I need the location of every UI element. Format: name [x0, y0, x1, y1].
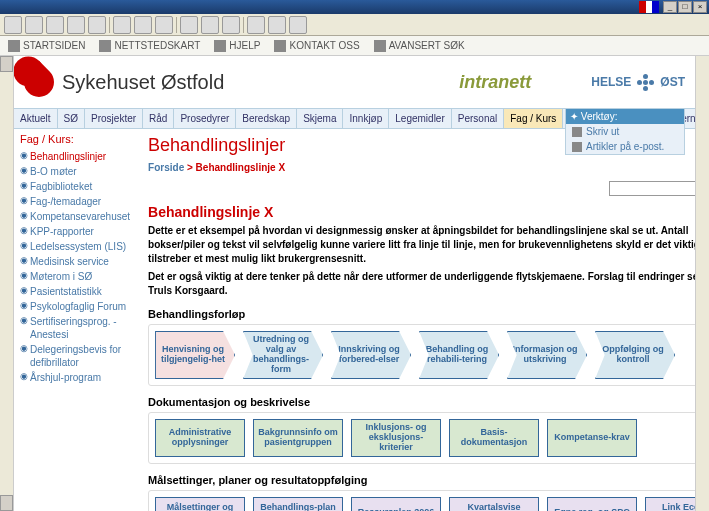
goal-box[interactable]: Link Ecomed Analyzer [645, 497, 695, 511]
tools-email[interactable]: Artikler på e-post. [566, 139, 684, 154]
tools-print[interactable]: Skriv ut [566, 124, 684, 139]
link-help[interactable]: HJELP [214, 40, 260, 52]
flow-step[interactable]: Behandling og rehabili-tering [419, 331, 499, 379]
flow-step[interactable]: Innskriving og forbered-elser [331, 331, 411, 379]
sidebar-item[interactable]: ◉Fagbiblioteket [20, 179, 130, 194]
sidebar: Fag / Kurs: ◉Behandlingslinjer◉B-O møter… [14, 129, 136, 511]
brand-helse-ost: HELSE ØST [591, 74, 685, 91]
flow-step[interactable]: Henvisning og tilgjengelig-het [155, 331, 235, 379]
home-icon[interactable] [88, 16, 106, 34]
home-icon [8, 40, 20, 52]
refresh-icon[interactable] [67, 16, 85, 34]
tools-panel: ✦ Verktøy: Skriv ut Artikler på e-post. [565, 108, 685, 155]
link-sitemap[interactable]: NETTSTEDSKART [99, 40, 200, 52]
flow-row: Henvisning og tilgjengelig-hetUtredning … [148, 324, 695, 386]
tool-icon[interactable] [247, 16, 265, 34]
tab-skjema[interactable]: Skjema [297, 109, 343, 128]
doc-box[interactable]: Bakgrunnsinfo om pasientgruppen [253, 419, 343, 457]
help-icon [214, 40, 226, 52]
link-bar: STARTSIDEN NETTSTEDSKART HJELP KONTAKT O… [0, 36, 709, 56]
print-icon [572, 127, 582, 137]
sidebar-item[interactable]: ◉Medisinsk service [20, 254, 130, 269]
tab-aktuelt[interactable]: Aktuelt [14, 109, 58, 128]
flow-step[interactable]: Oppfølging og kontroll [595, 331, 675, 379]
history-icon[interactable] [155, 16, 173, 34]
goal-box[interactable]: Behandlings-plan 2006 [253, 497, 343, 511]
sidebar-item[interactable]: ◉Behandlingslinjer [20, 149, 130, 164]
tab-fag-kurs[interactable]: Fag / Kurs [504, 109, 563, 128]
goal-row: Målsettinger og tiltaksplanBehandlings-p… [148, 490, 695, 511]
print-icon[interactable] [201, 16, 219, 34]
minimize-button[interactable]: _ [663, 1, 677, 13]
sidebar-item[interactable]: ◉B-O møter [20, 164, 130, 179]
left-scrollbar[interactable] [0, 56, 14, 511]
window-titlebar: _ □ × [0, 0, 709, 14]
forward-icon[interactable] [25, 16, 43, 34]
description-2: Det er også viktig at dere tenker på det… [148, 270, 695, 298]
email-icon [572, 142, 582, 152]
page-content: Behandlingslinjer Forside > Behandlingsl… [136, 129, 695, 511]
sidebar-item[interactable]: ◉Delegeringsbevis for defibrillator [20, 342, 130, 370]
flow-step[interactable]: Informasjon og utskriving [507, 331, 587, 379]
sidebar-item[interactable]: ◉Møterom i SØ [20, 269, 130, 284]
doc-box[interactable]: Kompetanse-krav [547, 419, 637, 457]
tab-s-[interactable]: SØ [58, 109, 85, 128]
dots-icon [637, 74, 654, 91]
tab-legemidler[interactable]: Legemidler [389, 109, 451, 128]
site-header: Sykehuset Østfold intranett HELSE ØST [14, 56, 695, 108]
search-icon [374, 40, 386, 52]
sidebar-item[interactable]: ◉Sertifiseringsprog. - Anestesi [20, 314, 130, 342]
tab-beredskap[interactable]: Beredskap [236, 109, 297, 128]
sidebar-item[interactable]: ◉Årshjul-program [20, 370, 130, 385]
logo-heart-icon [18, 61, 60, 103]
content-subtitle: Behandlingslinje X [148, 204, 695, 220]
doc-box[interactable]: Inklusjons- og eksklusjons-kriterier [351, 419, 441, 457]
doc-box[interactable]: Basis-dokumentasjon [449, 419, 539, 457]
sidebar-title: Fag / Kurs: [20, 133, 130, 145]
logo-text: Sykehuset Østfold [62, 71, 224, 94]
goal-box[interactable]: Ressursplan 2006 [351, 497, 441, 511]
section-flow-title: Behandlingsforløp [148, 308, 695, 320]
tab-prosedyrer[interactable]: Prosedyrer [174, 109, 236, 128]
goal-box[interactable]: Målsettinger og tiltaksplan [155, 497, 245, 511]
close-button[interactable]: × [693, 1, 707, 13]
breadcrumb-current: Behandlingslinje X [196, 162, 285, 173]
sidebar-item[interactable]: ◉Pasientstatistikk [20, 284, 130, 299]
stop-icon[interactable] [46, 16, 64, 34]
section-doc-title: Dokumentasjon og beskrivelse [148, 396, 695, 408]
doc-box[interactable]: Administrative opplysninger [155, 419, 245, 457]
sidebar-item[interactable]: ◉Psykologfaglig Forum [20, 299, 130, 314]
tab-prosjekter[interactable]: Prosjekter [85, 109, 143, 128]
link-advsearch[interactable]: AVANSERT SØK [374, 40, 465, 52]
sidebar-item[interactable]: ◉Kompetansevarehuset [20, 209, 130, 224]
link-contact[interactable]: KONTAKT OSS [274, 40, 359, 52]
description: Dette er et eksempel på hvordan vi desig… [148, 224, 695, 266]
tools-title: ✦ Verktøy: [566, 109, 684, 124]
right-scrollbar[interactable] [695, 56, 709, 511]
search-input[interactable] [609, 181, 695, 196]
maximize-button[interactable]: □ [678, 1, 692, 13]
doc-row: Administrative opplysningerBakgrunnsinfo… [148, 412, 695, 464]
tab-r-d[interactable]: Råd [143, 109, 174, 128]
goal-box[interactable]: Egne reg. og SPC [547, 497, 637, 511]
tool-icon[interactable] [289, 16, 307, 34]
breadcrumb-root[interactable]: Forside [148, 162, 184, 173]
window-flag-icon [639, 1, 659, 13]
link-home[interactable]: STARTSIDEN [8, 40, 85, 52]
mail-icon[interactable] [180, 16, 198, 34]
sidebar-item[interactable]: ◉Fag-/temadager [20, 194, 130, 209]
search-icon[interactable] [113, 16, 131, 34]
flow-step[interactable]: Utredning og valg av behandlings-form [243, 331, 323, 379]
breadcrumb: Forside > Behandlingslinje X [148, 162, 695, 173]
goal-box[interactable]: Kvartalsvise rapporter [449, 497, 539, 511]
browser-toolbar [0, 14, 709, 36]
favorites-icon[interactable] [134, 16, 152, 34]
tab-innkj-p[interactable]: Innkjøp [343, 109, 389, 128]
product-name: intranett [399, 72, 591, 93]
edit-icon[interactable] [222, 16, 240, 34]
sidebar-item[interactable]: ◉Ledelsessystem (LIS) [20, 239, 130, 254]
back-icon[interactable] [4, 16, 22, 34]
tab-personal[interactable]: Personal [452, 109, 504, 128]
sidebar-item[interactable]: ◉KPP-rapporter [20, 224, 130, 239]
tool-icon[interactable] [268, 16, 286, 34]
